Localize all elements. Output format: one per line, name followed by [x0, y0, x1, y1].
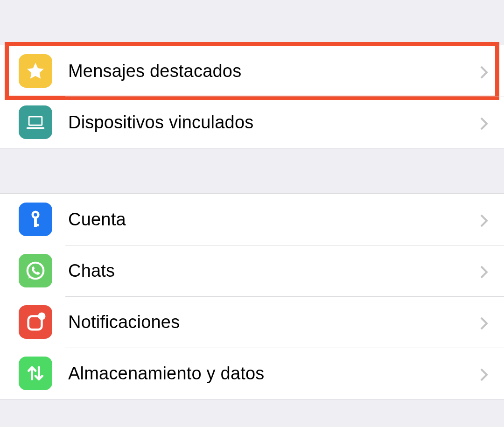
settings-group-1: Mensajes destacados Dispositivos vincula… — [0, 45, 504, 148]
chevron-right-icon — [480, 264, 488, 278]
svg-point-4 — [34, 213, 37, 217]
chevron-right-icon — [480, 212, 488, 226]
row-label: Cuenta — [68, 210, 480, 230]
row-label: Dispositivos vinculados — [68, 112, 480, 133]
laptop-icon — [19, 105, 52, 139]
row-label: Chats — [68, 261, 480, 281]
data-transfer-icon — [19, 357, 52, 390]
settings-group-2: Cuenta Chats Notificaciones Almacenamien… — [0, 193, 504, 399]
svg-point-9 — [38, 312, 45, 320]
chevron-right-icon — [480, 115, 488, 129]
svg-rect-1 — [27, 127, 44, 129]
row-label: Notificaciones — [68, 312, 480, 332]
whatsapp-icon — [19, 254, 52, 287]
notification-badge-icon — [19, 305, 52, 339]
chevron-right-icon — [480, 315, 488, 329]
row-notifications[interactable]: Notificaciones — [0, 296, 504, 348]
chevron-right-icon — [480, 64, 488, 78]
row-linked-devices[interactable]: Dispositivos vinculados — [0, 97, 504, 148]
row-label: Mensajes destacados — [68, 61, 480, 81]
svg-rect-2 — [30, 117, 42, 124]
row-chats[interactable]: Chats — [0, 245, 504, 296]
star-icon — [19, 54, 52, 88]
row-account[interactable]: Cuenta — [0, 194, 504, 245]
row-storage-data[interactable]: Almacenamiento y datos — [0, 348, 504, 399]
key-icon — [19, 203, 52, 236]
svg-rect-6 — [34, 224, 39, 226]
chevron-right-icon — [480, 366, 488, 380]
row-label: Almacenamiento y datos — [68, 364, 480, 384]
row-starred-messages[interactable]: Mensajes destacados — [0, 45, 504, 97]
